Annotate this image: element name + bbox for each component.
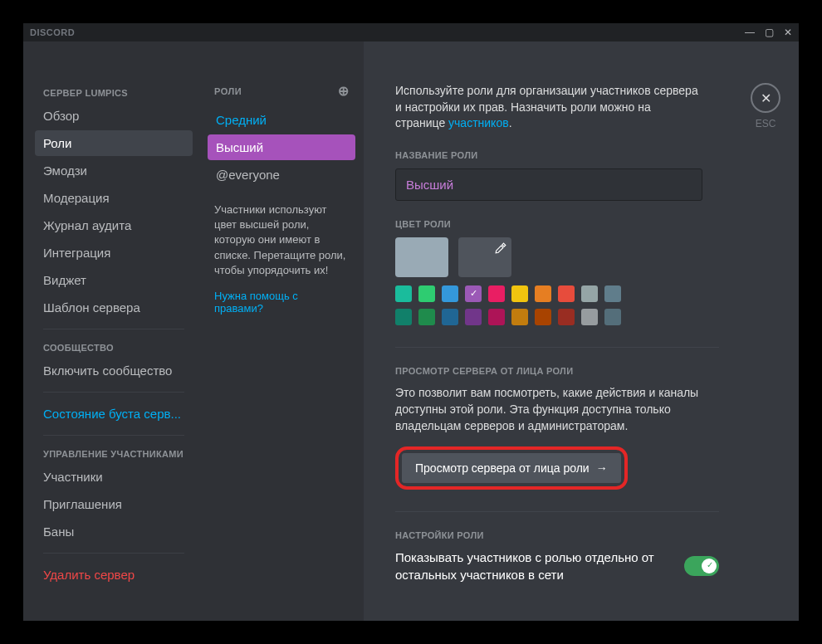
role-name-input[interactable]: Высший <box>395 168 702 201</box>
color-swatch[interactable] <box>604 309 621 325</box>
view-as-header: ПРОСМОТР СЕРВЕРА ОТ ЛИЦА РОЛИ <box>395 366 774 376</box>
color-swatch[interactable] <box>418 285 435 302</box>
sidebar-server-header: СЕРВЕР LUMPICS <box>35 83 193 103</box>
color-swatch[interactable] <box>511 309 528 325</box>
role-color-label: ЦВЕТ РОЛИ <box>395 219 774 229</box>
sidebar-item-integration[interactable]: Интеграция <box>35 240 193 266</box>
sidebar-item-audit-log[interactable]: Журнал аудита <box>35 212 193 238</box>
sidebar-item-widget[interactable]: Виджет <box>35 267 193 293</box>
esc-label: ESC <box>756 118 776 129</box>
color-swatch[interactable] <box>442 285 458 302</box>
display-separately-label: Показывать участников с ролью отдельно о… <box>395 549 671 583</box>
color-swatch[interactable] <box>488 309 505 325</box>
annotation-highlight: Просмотр сервера от лица роли → <box>395 446 628 490</box>
view-as-description: Это позволит вам посмотреть, какие дейст… <box>395 384 702 435</box>
sidebar-item-boost-status[interactable]: Состояние буста серв... <box>35 401 193 427</box>
check-icon: ✓ <box>707 560 713 569</box>
color-swatch[interactable] <box>511 285 528 302</box>
titlebar: DISCORD — ▢ ✕ <box>23 23 799 41</box>
sidebar-community-header: СООБЩЕСТВО <box>35 338 193 358</box>
roles-header-label: РОЛИ <box>214 86 242 96</box>
app-window: DISCORD — ▢ ✕ СЕРВЕР LUMPICS Обзор Роли … <box>23 23 799 621</box>
role-name-label: НАЗВАНИЕ РОЛИ <box>395 150 774 160</box>
color-swatch[interactable] <box>535 285 551 302</box>
divider <box>43 329 184 329</box>
sidebar-members-header: УПРАВЛЕНИЕ УЧАСТНИКАМИ <box>35 444 193 464</box>
color-swatch[interactable] <box>418 309 435 325</box>
color-swatch[interactable] <box>535 309 551 325</box>
color-swatch[interactable] <box>442 309 458 325</box>
role-item-everyone[interactable]: @everyone <box>208 162 355 188</box>
divider <box>43 553 184 554</box>
role-item-high[interactable]: Высший <box>208 134 355 160</box>
roles-list-column: РОЛИ ⊕ Средний Высший @everyone Участник… <box>199 41 364 621</box>
settings-sidebar: СЕРВЕР LUMPICS Обзор Роли Эмодзи Модерац… <box>23 41 199 621</box>
role-edit-panel: ✕ ESC Используйте роли для организации у… <box>364 41 799 621</box>
color-swatch[interactable] <box>604 285 621 302</box>
color-swatch[interactable] <box>558 309 575 325</box>
divider <box>43 392 184 393</box>
eyedropper-icon <box>495 242 506 254</box>
sidebar-item-delete-server[interactable]: Удалить сервер <box>35 562 193 588</box>
intro-text: Используйте роли для организации участни… <box>395 83 702 132</box>
sidebar-item-template[interactable]: Шаблон сервера <box>35 295 193 320</box>
divider <box>395 511 719 512</box>
members-link[interactable]: участников <box>448 116 509 129</box>
sidebar-item-members[interactable]: Участники <box>35 464 193 490</box>
sidebar-item-roles[interactable]: Роли <box>35 130 193 156</box>
add-role-icon[interactable]: ⊕ <box>338 83 350 99</box>
arrow-right-icon: → <box>596 461 608 475</box>
maximize-icon[interactable]: ▢ <box>765 27 774 37</box>
sidebar-item-bans[interactable]: Баны <box>35 519 193 544</box>
display-separately-toggle[interactable]: ✓ <box>684 556 719 576</box>
color-swatch[interactable] <box>581 309 598 325</box>
sidebar-item-overview[interactable]: Обзор <box>35 103 193 129</box>
role-item-medium[interactable]: Средний <box>208 107 355 133</box>
close-settings-button[interactable]: ✕ ESC <box>751 83 780 129</box>
sidebar-item-invites[interactable]: Приглашения <box>35 491 193 517</box>
sidebar-item-emoji[interactable]: Эмодзи <box>35 158 193 183</box>
sidebar-item-enable-community[interactable]: Включить сообщество <box>35 358 193 383</box>
minimize-icon[interactable]: — <box>745 27 755 37</box>
color-swatch[interactable] <box>488 285 505 302</box>
view-as-role-button[interactable]: Просмотр сервера от лица роли → <box>402 453 621 483</box>
role-settings-header: НАСТРОЙКИ РОЛИ <box>395 530 774 540</box>
divider <box>395 347 719 348</box>
color-swatch-grid: ✓ <box>395 285 774 325</box>
close-icon: ✕ <box>751 83 780 113</box>
color-swatch[interactable] <box>581 285 598 302</box>
divider <box>43 435 184 436</box>
roles-help-link[interactable]: Нужна помощь с правами? <box>208 278 355 326</box>
color-swatch[interactable] <box>465 309 482 325</box>
color-swatch[interactable] <box>395 285 412 302</box>
roles-hint-text: Участники используют цвет высшей роли, к… <box>208 189 355 278</box>
color-picker-button[interactable] <box>458 237 511 277</box>
color-swatch[interactable] <box>395 309 412 325</box>
color-swatch[interactable] <box>558 285 575 302</box>
color-default-swatch[interactable] <box>395 237 448 277</box>
close-window-icon[interactable]: ✕ <box>784 27 792 37</box>
sidebar-item-moderation[interactable]: Модерация <box>35 185 193 211</box>
app-title: DISCORD <box>30 27 75 37</box>
color-swatch[interactable]: ✓ <box>465 285 482 302</box>
